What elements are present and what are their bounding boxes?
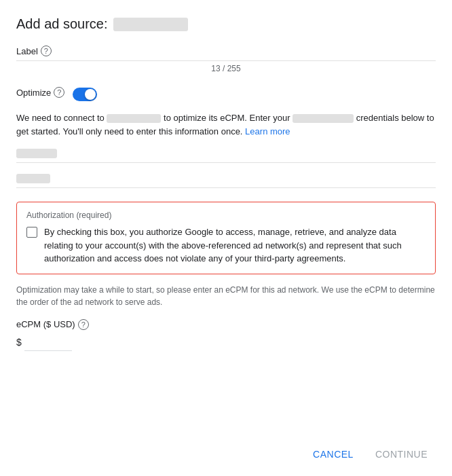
- optimize-label: Optimize ?: [16, 87, 64, 98]
- optimization-note: Optimization may take a while to start, …: [16, 284, 436, 308]
- char-count: 13 / 255: [16, 64, 436, 73]
- label-divider: [16, 60, 436, 61]
- input-divider-1: [16, 162, 436, 163]
- title-source-name: [113, 18, 188, 31]
- optimize-description: We need to connect to to optimize its eC…: [16, 111, 436, 138]
- ecpm-input-row: $: [16, 334, 436, 351]
- cancel-button[interactable]: CANCEL: [305, 443, 362, 465]
- optimize-row: Optimize ?: [16, 87, 436, 102]
- continue-button[interactable]: CONTINUE: [367, 443, 436, 465]
- ecpm-block: eCPM ($ USD) ? $: [16, 319, 436, 351]
- dialog: Add ad source: Label ? 13 / 255 Optimize…: [0, 0, 452, 433]
- optimize-text: Optimize: [16, 88, 51, 98]
- desc-part2: to optimize its eCPM. Enter your: [164, 113, 290, 123]
- auth-check-row: By checking this box, you authorize Goog…: [26, 225, 426, 266]
- label-help-icon[interactable]: ?: [41, 45, 52, 56]
- input-divider-2: [16, 187, 436, 188]
- label-text: Label: [16, 46, 38, 56]
- title-row: Add ad source:: [16, 16, 436, 32]
- input-field-1-block: [16, 149, 436, 166]
- ecpm-input[interactable]: [24, 334, 72, 351]
- dialog-footer: CANCEL CONTINUE: [0, 433, 452, 476]
- ecpm-label-text: eCPM ($ USD): [16, 319, 75, 329]
- auth-check-text: By checking this box, you authorize Goog…: [44, 225, 426, 266]
- credentials-placeholder: [293, 114, 354, 123]
- auth-label: Authorization (required): [26, 210, 426, 220]
- optimize-toggle[interactable]: [73, 88, 97, 101]
- dialog-title: Add ad source:: [16, 16, 108, 32]
- optimize-help-icon[interactable]: ?: [54, 87, 64, 98]
- label-field-label: Label ?: [16, 45, 436, 56]
- input-label-2: [16, 174, 50, 183]
- label-field-block: Label ? 13 / 255: [16, 45, 436, 84]
- desc-part1: We need to connect to: [16, 113, 105, 123]
- input-field-2-block: [16, 174, 436, 191]
- dollar-sign: $: [16, 337, 22, 348]
- input-label-1: [16, 149, 57, 158]
- auth-box: Authorization (required) By checking thi…: [16, 202, 436, 274]
- learn-more-link[interactable]: Learn more: [245, 126, 290, 136]
- toggle-knob: [85, 89, 96, 100]
- auth-checkbox[interactable]: [26, 227, 37, 238]
- ecpm-label-row: eCPM ($ USD) ?: [16, 319, 436, 330]
- network-name-placeholder-1: [107, 114, 161, 123]
- ecpm-help-icon[interactable]: ?: [78, 319, 89, 330]
